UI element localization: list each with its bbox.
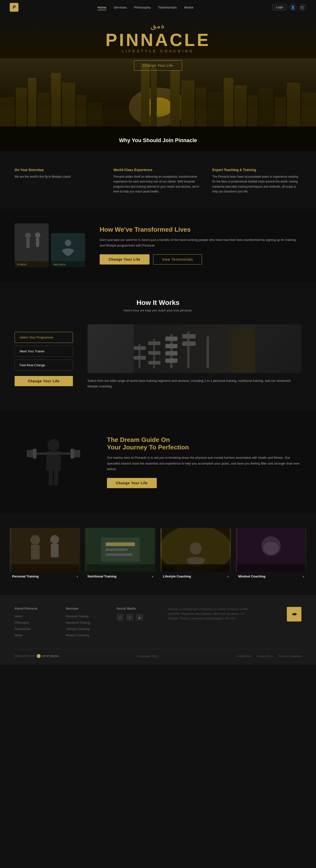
feature-on-doorstep: On Your Doorstep We are the world's firs… <box>14 168 104 194</box>
svg-point-34 <box>65 240 71 246</box>
hero-section: ةمق PINNACLE LIFESTYLE COACHING Change Y… <box>0 14 316 151</box>
svg-point-70 <box>50 535 59 544</box>
services-grid: Personal Training › Nutritional Training… <box>10 528 306 580</box>
footer-link-personal-training[interactable]: Personal Training <box>66 615 88 618</box>
cart-icon-button[interactable]: 🛒 <box>299 4 306 11</box>
nav-link-media[interactable]: Media <box>184 6 194 9</box>
footer-link-media[interactable]: Media <box>14 634 23 637</box>
dream-heading: The Dream Guide On Your Journey To Perfe… <box>107 436 302 451</box>
instagram-icon[interactable]: □ <box>117 614 124 621</box>
service-card-mindset-coaching[interactable]: Mindset Coaching › <box>236 528 306 580</box>
hero-cta-button[interactable]: Change Your Life <box>134 60 182 70</box>
navigation: P Home Services Philosophy Testimonials … <box>0 0 316 14</box>
service-card-nutritional-training[interactable]: Nutritional Training › <box>85 528 155 580</box>
svg-rect-26 <box>14 223 48 267</box>
nav-link-testimonials[interactable]: Testimonials <box>158 6 177 9</box>
feature-1-title: On Your Doorstep <box>14 168 104 172</box>
service-name-mindset: Mindset Coaching <box>238 575 266 578</box>
service-name-personal: Personal Training <box>12 575 39 578</box>
footer-col-logo: ➨ <box>260 607 302 639</box>
feature-1-text: We are the world's first fly-in lifestyl… <box>14 174 104 179</box>
svg-rect-71 <box>51 544 59 557</box>
nav-links: Home Services Philosophy Testimonials Me… <box>98 5 194 9</box>
footer-developer: DEVELOPED BY OPOP MEDIA <box>14 654 58 658</box>
nav-link-philosophy[interactable]: Philosophy <box>134 6 151 9</box>
service-image-nutritional <box>85 528 155 571</box>
hero-brand-subtitle: LIFESTYLE COACHING <box>105 49 211 53</box>
service-card-personal-training[interactable]: Personal Training › <box>10 528 80 580</box>
feature-2-text: Pinnacle prides itself on delivering an … <box>113 174 203 194</box>
footer-services-heading: Services <box>66 607 107 610</box>
nav-logo[interactable]: P <box>10 3 19 12</box>
nav-link-services[interactable]: Services <box>114 6 127 9</box>
transformed-heading: How We've Transformed Lives <box>100 226 302 234</box>
footer-link-mindset[interactable]: Mindset Coaching <box>66 634 89 637</box>
transformed-section: FITNESS WELLNESS How We've Transformed L… <box>0 209 316 282</box>
transformed-image-1: FITNESS <box>14 223 48 267</box>
footer-description: Pinnacle is a trading style of Pinnacle … <box>168 607 250 621</box>
footer-cookie-policy[interactable]: Cookie Policy <box>236 655 252 657</box>
svg-rect-28 <box>26 239 30 248</box>
dream-image <box>14 426 92 499</box>
nav-link-home[interactable]: Home <box>98 6 106 10</box>
social-icons: □ 𝕣 ▲ <box>117 614 158 621</box>
svg-point-29 <box>35 232 40 238</box>
why-section: On Your Doorstep We are the world's firs… <box>0 151 316 209</box>
transformed-body: Don't just take our word for it, here's … <box>100 237 302 248</box>
footer-privacy-policy[interactable]: Privacy Policy <box>257 655 273 657</box>
feature-3-text: The Pinnacle team have accumulated years… <box>212 174 302 194</box>
svg-rect-76 <box>106 549 128 551</box>
footer-link-nutritional[interactable]: Nutritional Training <box>66 621 90 624</box>
user-icon-button[interactable]: 👤 <box>289 4 296 11</box>
svg-rect-75 <box>106 542 135 546</box>
footer-about-links: Home Philosophy Testimonials Media <box>14 614 56 637</box>
service-arrow-lifestyle: › <box>227 575 229 578</box>
footer-col-desc: Pinnacle is a trading style of Pinnacle … <box>168 607 250 639</box>
view-testimonials-button[interactable]: View Testimonials <box>153 254 202 265</box>
svg-text:FITNESS: FITNESS <box>17 263 26 266</box>
footer-terms[interactable]: Terms & Conditions <box>278 655 302 657</box>
footer-legal-links: Cookie Policy Privacy Policy Terms & Con… <box>236 655 302 657</box>
footer-link-testimonials[interactable]: Testimonials <box>14 627 31 631</box>
login-button[interactable]: Login <box>273 4 287 10</box>
svg-rect-69 <box>31 545 40 559</box>
how-heading: How It Works <box>14 299 302 307</box>
svg-rect-85 <box>237 564 305 571</box>
developer-name: OPOP MEDIA <box>42 655 58 657</box>
service-card-lifestyle-coaching[interactable]: Lifestyle Coaching › <box>161 528 231 580</box>
facebook-icon[interactable]: ▲ <box>136 614 143 621</box>
service-label-lifestyle: Lifestyle Coaching › <box>161 571 231 580</box>
transformed-image-2: WELLNESS <box>51 233 85 267</box>
step-select-programme[interactable]: Select Your Programme <box>14 332 73 343</box>
transformed-content: How We've Transformed Lives Don't just t… <box>100 226 302 265</box>
svg-point-27 <box>25 232 31 239</box>
transformed-cta-button[interactable]: Change Your Life <box>100 254 149 265</box>
how-cta-button[interactable]: Change Your Life <box>14 376 73 386</box>
feature-expert-teaching: Expert Teaching & Training The Pinnacle … <box>212 168 302 194</box>
service-label-personal-training: Personal Training › <box>10 571 80 580</box>
footer-link-home[interactable]: Home <box>14 615 22 618</box>
footer: About Pinnacle Home Philosophy Testimoni… <box>0 595 316 665</box>
features-grid: On Your Doorstep We are the world's firs… <box>14 168 302 194</box>
developed-by-label: DEVELOPED BY <box>14 655 35 657</box>
footer-link-philosophy[interactable]: Philosophy <box>14 621 29 624</box>
step-feel-change[interactable]: Feel Real Change <box>14 360 73 371</box>
footer-about-heading: About Pinnacle <box>14 607 56 610</box>
dream-cta-button[interactable]: Change Your Life <box>107 478 157 488</box>
services-section: Personal Training › Nutritional Training… <box>0 513 316 595</box>
footer-col-social: Social Media □ 𝕣 ▲ <box>117 607 158 639</box>
hero-brand-name: PINNACLE <box>105 31 211 49</box>
svg-rect-77 <box>106 553 133 556</box>
service-name-nutritional: Nutritional Training <box>87 575 116 578</box>
step-meet-trainer[interactable]: Meet Your Trainer <box>14 346 73 357</box>
footer-col-about: About Pinnacle Home Philosophy Testimoni… <box>14 607 56 639</box>
feature-2-title: World-Class Experience <box>113 168 203 172</box>
service-image-mindset <box>236 528 306 571</box>
service-image-lifestyle <box>161 528 231 571</box>
transformed-btn-row: Change Your Life View Testimonials <box>100 254 302 265</box>
footer-col-services: Services Personal Training Nutritional T… <box>66 607 107 639</box>
svg-rect-82 <box>162 564 230 571</box>
twitter-icon[interactable]: 𝕣 <box>127 614 133 621</box>
dream-content: The Dream Guide On Your Journey To Perfe… <box>107 436 302 488</box>
footer-link-lifestyle[interactable]: Lifestyle Coaching <box>66 627 90 631</box>
